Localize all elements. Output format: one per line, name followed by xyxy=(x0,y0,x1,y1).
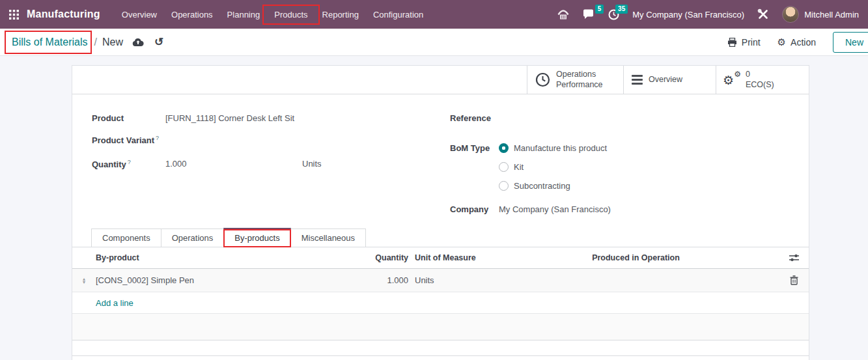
app-menu: Overview Operations Planning Products Re… xyxy=(115,0,430,29)
record-status-icons: ↺ xyxy=(132,36,163,48)
add-a-line-link[interactable]: Add a line xyxy=(96,298,133,308)
optional-columns-button[interactable] xyxy=(779,253,809,262)
messages-badge: 5 xyxy=(595,5,604,14)
smart-buttons-row: Operations Performance Overview ⚙⚙ 0 ECO… xyxy=(72,66,809,94)
apps-menu-button[interactable] xyxy=(9,10,19,20)
sliders-icon xyxy=(789,253,800,262)
action-button[interactable]: ⚙ Action xyxy=(777,37,816,48)
byproducts-table-header: By-product Quantity Unit of Measure Prod… xyxy=(72,247,809,269)
menu-products[interactable]: Products xyxy=(267,5,315,24)
main-content: Operations Performance Overview ⚙⚙ 0 ECO… xyxy=(0,56,868,360)
notebook-tabs: Components Operations By-products Miscel… xyxy=(72,227,809,247)
debug-tools-icon[interactable] xyxy=(757,8,769,20)
breadcrumb-current: New xyxy=(102,36,123,48)
company-switcher[interactable]: My Company (San Francisco) xyxy=(632,10,744,20)
eco-button[interactable]: ⚙⚙ 0 ECO(S) xyxy=(716,66,809,94)
gear-icon: ⚙ xyxy=(777,37,786,47)
add-line-row: Add a line xyxy=(72,292,809,314)
breadcrumb-parent[interactable]: Bills of Materials xyxy=(10,35,89,49)
product-variant-field-row: Product Variant? xyxy=(92,135,450,147)
empty-section xyxy=(72,314,809,340)
company-value[interactable]: My Company (San Francisco) xyxy=(499,204,611,214)
cell-quantity[interactable]: 1.000 xyxy=(350,275,408,285)
eco-label: ECO(S) xyxy=(746,80,774,89)
product-field-row: Product [FURN_1118] Corner Desk Left Sit xyxy=(92,113,450,126)
discard-undo-icon[interactable]: ↺ xyxy=(154,36,163,48)
activities-button[interactable]: 35 xyxy=(608,9,619,20)
activities-badge: 35 xyxy=(615,5,628,14)
bom-type-option-manufacture[interactable]: Manufacture this product xyxy=(499,139,607,158)
new-record-button[interactable]: New xyxy=(833,32,868,53)
menu-overview[interactable]: Overview xyxy=(115,5,164,24)
cell-by-product[interactable]: [CONS_0002] Simple Pen xyxy=(96,275,350,285)
menu-planning[interactable]: Planning xyxy=(220,5,268,24)
menu-reporting[interactable]: Reporting xyxy=(315,5,366,24)
breadcrumb-separator: / xyxy=(94,36,96,48)
operations-performance-button[interactable]: Operations Performance xyxy=(527,66,623,94)
help-icon[interactable]: ? xyxy=(128,159,131,165)
drag-handle-icon[interactable]: ▴▾ xyxy=(83,277,85,284)
radio-icon[interactable] xyxy=(499,162,509,172)
byproduct-table-row[interactable]: ▴▾ [CONS_0002] Simple Pen 1.000 Units xyxy=(72,269,809,292)
col-by-product: By-product xyxy=(96,253,350,262)
reference-label: Reference xyxy=(450,113,499,123)
empty-section xyxy=(72,340,809,356)
trash-icon xyxy=(790,275,798,285)
chat-bubble-icon xyxy=(583,9,595,20)
delete-row-button[interactable] xyxy=(779,275,809,285)
messages-button[interactable]: 5 xyxy=(583,9,595,20)
user-avatar xyxy=(782,6,799,23)
tab-miscellaneous[interactable]: Miscellaneous xyxy=(290,228,366,247)
control-panel: Bills of Materials / New ↺ Print ⚙ A xyxy=(0,29,868,56)
empty-section xyxy=(72,356,809,360)
reference-field-row: Reference xyxy=(450,113,789,126)
bom-type-label: BoM Type xyxy=(450,139,499,153)
company-field-row: Company My Company (San Francisco) xyxy=(450,204,789,217)
user-menu[interactable]: Mitchell Admin xyxy=(782,6,859,23)
form-fields: Product [FURN_1118] Corner Desk Left Sit… xyxy=(72,94,809,227)
product-value[interactable]: [FURN_1118] Corner Desk Left Sit xyxy=(165,113,294,123)
product-variant-label: Product Variant? xyxy=(92,135,165,145)
storefront-icon[interactable] xyxy=(557,9,570,20)
menu-operations[interactable]: Operations xyxy=(164,5,220,24)
overview-button[interactable]: Overview xyxy=(623,66,716,94)
product-label: Product xyxy=(92,113,165,123)
top-navbar: Manufacturing Overview Operations Planni… xyxy=(0,0,868,29)
col-produced-in-operation: Produced in Operation xyxy=(493,253,779,262)
bom-type-option-kit[interactable]: Kit xyxy=(499,158,607,176)
performance-clock-icon xyxy=(535,72,550,87)
tab-components[interactable]: Components xyxy=(91,228,161,247)
quantity-field-row: Quantity? 1.000 Units xyxy=(92,159,450,171)
tab-by-products[interactable]: By-products xyxy=(223,228,290,247)
bom-type-field-row: BoM Type Manufacture this product Kit xyxy=(450,139,789,195)
col-unit-of-measure: Unit of Measure xyxy=(408,253,493,262)
radio-icon[interactable] xyxy=(499,181,509,191)
gears-icon: ⚙⚙ xyxy=(724,72,740,89)
quantity-uom[interactable]: Units xyxy=(302,159,322,169)
help-icon[interactable]: ? xyxy=(156,135,159,141)
col-quantity: Quantity xyxy=(350,253,408,262)
app-name[interactable]: Manufacturing xyxy=(27,8,100,20)
control-panel-actions: Print ⚙ Action New xyxy=(727,32,858,53)
quantity-label: Quantity? xyxy=(92,159,165,169)
printer-icon xyxy=(727,38,737,47)
list-bars-icon xyxy=(632,75,643,85)
form-sheet: Operations Performance Overview ⚙⚙ 0 ECO… xyxy=(72,65,809,360)
tab-operations[interactable]: Operations xyxy=(161,228,225,247)
print-button[interactable]: Print xyxy=(727,37,761,48)
save-cloud-icon[interactable] xyxy=(132,38,144,47)
cell-uom[interactable]: Units xyxy=(408,275,493,285)
company-label: Company xyxy=(450,204,499,214)
breadcrumb: Bills of Materials / New xyxy=(10,35,123,49)
menu-configuration[interactable]: Configuration xyxy=(366,5,430,24)
radio-icon[interactable] xyxy=(499,143,509,153)
eco-count: 0 xyxy=(746,70,750,79)
bom-type-option-subcontracting[interactable]: Subcontracting xyxy=(499,176,607,195)
quantity-value[interactable]: 1.000 xyxy=(165,159,302,169)
systray: 5 35 My Company (San Francisco) Mitchell… xyxy=(557,6,859,23)
bom-type-options: Manufacture this product Kit Subcontract… xyxy=(499,139,607,195)
apps-grid-icon xyxy=(9,10,19,20)
user-name: Mitchell Admin xyxy=(804,10,859,20)
